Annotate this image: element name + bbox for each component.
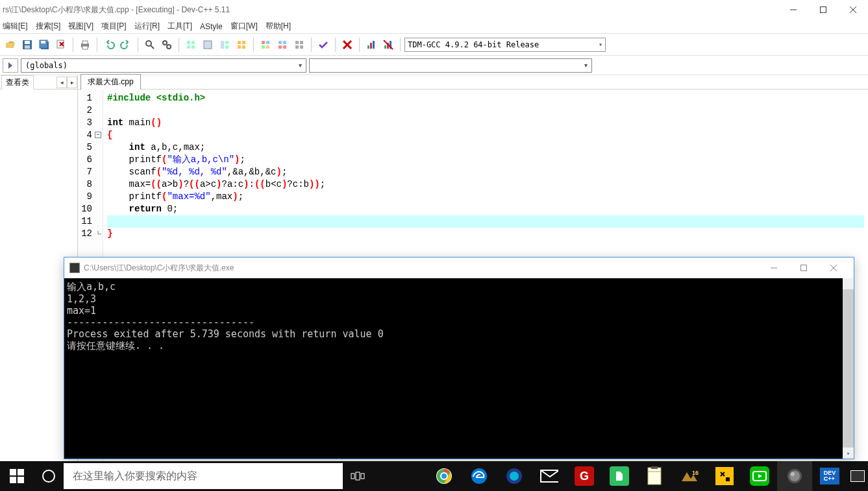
app9-icon[interactable] [707,461,742,491]
taskbar: 在这里输入你要搜索的内容 G 16 DEVC++ [0,461,868,491]
svg-rect-35 [266,45,269,49]
close-button[interactable] [838,0,868,19]
menubar: 编辑[E] 搜索[S] 视图[V] 项目[P] 运行[R] 工具[T] ASty… [0,19,868,34]
goto-button[interactable] [3,58,18,73]
compile-button[interactable] [183,37,199,53]
minimize-button[interactable] [778,0,808,19]
open-button[interactable] [3,37,18,53]
grid2-button[interactable] [275,37,290,53]
mail-icon[interactable] [532,461,567,491]
evernote-icon[interactable] [602,461,637,491]
edge-icon[interactable] [462,461,497,491]
stop-button[interactable] [340,37,355,53]
task-view-button[interactable] [343,461,373,491]
console-scrollbar[interactable]: ▴ ▾ [843,278,854,459]
class-tab[interactable]: 查看类 [1,75,34,90]
svg-rect-29 [242,41,245,44]
app8-icon[interactable]: 16 [672,461,707,491]
class-nav: ◂ ▸ [56,77,77,88]
search-input[interactable]: 在这里输入你要搜索的内容 [64,463,343,489]
svg-rect-41 [300,41,303,44]
member-select[interactable]: ▾ [309,58,592,73]
svg-rect-5 [25,41,30,44]
menu-view[interactable]: 视图[V] [68,21,93,32]
svg-rect-67 [648,468,661,485]
grid-button[interactable] [258,37,273,53]
rebuild-button[interactable] [234,37,249,53]
file-tab-active[interactable]: 求最大值.cpp [81,74,141,90]
console-minimize-button[interactable] [759,258,789,278]
menu-edit[interactable]: 编辑[E] [3,21,28,32]
compile-run-button[interactable] [217,37,232,53]
profile-button[interactable] [364,37,379,53]
separator [359,38,360,52]
undo-button[interactable] [101,37,117,53]
run-button[interactable] [200,37,216,53]
search-placeholder: 在这里输入你要搜索的内容 [73,470,197,483]
window-title: rs\江\Desktop\C小程序\求最大值.cpp - [Executing]… [3,5,230,16]
class-nav-next[interactable]: ▸ [67,77,77,88]
menu-search[interactable]: 搜索[S] [36,21,61,32]
svg-rect-47 [370,43,372,49]
print-button[interactable] [77,37,93,53]
cortana-button[interactable] [34,461,64,491]
app3-icon[interactable] [497,461,532,491]
netease-icon[interactable]: G [567,461,602,491]
svg-rect-27 [225,45,229,49]
separator [400,38,401,52]
close-file-button[interactable] [53,37,69,53]
svg-text:16: 16 [692,470,699,476]
redo-button[interactable] [118,37,134,53]
saveall-button[interactable] [36,37,52,53]
svg-rect-6 [25,45,30,49]
iqiyi-icon[interactable] [742,461,777,491]
start-button[interactable] [0,461,34,491]
file-tabs: 求最大值.cpp [78,75,868,90]
svg-rect-58 [356,472,360,480]
svg-rect-20 [187,41,190,44]
console-taskbar-icon[interactable] [847,461,868,491]
scope-select[interactable]: (globals) ▾ [21,58,306,73]
menu-astyle[interactable]: AStyle [200,22,223,31]
find-button[interactable] [142,37,158,53]
menu-help[interactable]: 帮助[H] [266,21,291,32]
svg-rect-46 [367,45,369,49]
class-nav-prev[interactable]: ◂ [56,77,67,88]
svg-rect-23 [192,45,195,49]
scroll-down-icon[interactable]: ▾ [843,448,854,459]
console-close-button[interactable] [819,258,849,278]
svg-rect-37 [283,41,286,44]
svg-rect-57 [351,473,354,479]
scope-select-label: (globals) [25,61,68,70]
svg-rect-9 [41,41,45,43]
separator [73,38,73,52]
svg-rect-34 [262,45,265,49]
separator [138,38,138,52]
menu-run[interactable]: 运行[R] [134,21,160,32]
svg-rect-30 [238,45,241,49]
grid3-button[interactable] [291,37,307,53]
devcpp-taskbar-icon[interactable]: DEVC++ [812,461,847,491]
svg-point-18 [163,41,167,45]
menu-window[interactable]: 窗口[W] [230,21,258,32]
save-button[interactable] [19,37,35,53]
debug-check-button[interactable] [316,37,331,53]
replace-button[interactable] [159,37,175,53]
svg-rect-38 [279,45,282,49]
menu-tools[interactable]: 工具[T] [167,21,192,32]
console-output[interactable]: 输入a,b,c 1,2,3 max=1 --------------------… [64,278,854,459]
menu-project[interactable]: 项目[P] [101,21,127,32]
cortana-icon [42,470,55,483]
app11-icon[interactable] [777,461,812,491]
chrome-icon[interactable] [427,461,462,491]
console-titlebar: C:\Users\江\Desktop\C小程序\求最大值.exe [64,257,854,278]
svg-rect-26 [225,41,229,44]
toolbar: TDM-GCC 4.9.2 64-bit Release ▾ [0,34,868,56]
chevron-down-icon: ▾ [595,41,602,48]
scroll-thumb[interactable] [843,289,854,448]
compiler-select[interactable]: TDM-GCC 4.9.2 64-bit Release ▾ [404,38,606,52]
profile2-button[interactable] [380,37,396,53]
notepad-icon[interactable] [637,461,672,491]
maximize-button[interactable] [808,0,838,19]
console-maximize-button[interactable] [789,258,819,278]
